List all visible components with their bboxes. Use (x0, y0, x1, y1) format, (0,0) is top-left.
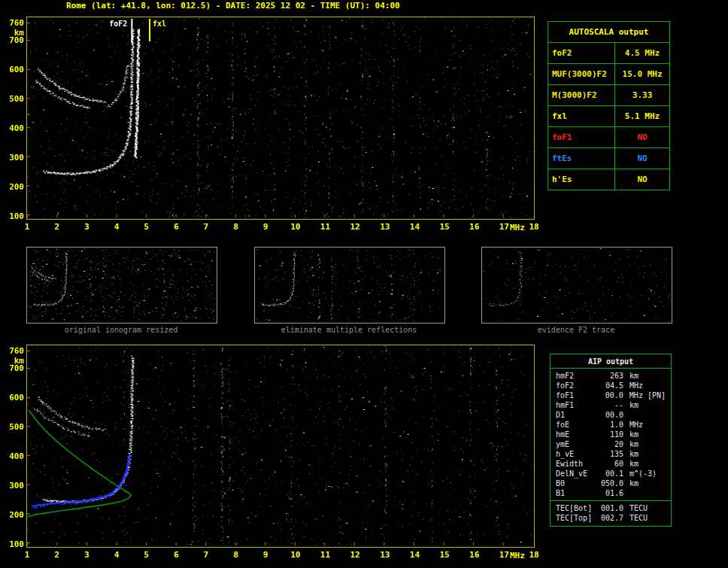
x-tick-label: 11 (319, 222, 331, 232)
aip-label: foF2 (556, 381, 601, 390)
y-tick-label: 700 (2, 35, 24, 45)
aip-val: 135 (601, 449, 623, 459)
aip-val: 002.7 (601, 513, 623, 523)
param-value: NO (615, 148, 670, 169)
aip-val: 110 (601, 430, 623, 439)
aip-unit: km (629, 400, 639, 410)
y-tick-label: 300 (2, 153, 24, 163)
autoscala-table-title: AUTOSCALA output (548, 22, 670, 43)
aip-val: -- (601, 400, 623, 410)
param-value: NO (615, 127, 670, 148)
autoscala-output-table: AUTOSCALA outputfoF24.5 MHzMUF(3000)F215… (548, 21, 670, 190)
table-row: foF1NO (548, 127, 670, 148)
y-tick-label: 500 (2, 94, 24, 104)
aip-row: B0050.0km (551, 478, 671, 488)
x-tick-label: 15 (438, 222, 450, 232)
y-tick-label: 100 (2, 539, 24, 549)
aip-row: ymE20km (551, 439, 671, 449)
aip-row: B101.6 (551, 488, 671, 498)
x-tick-label: 7 (200, 550, 212, 560)
x-tick-label: 1 (21, 222, 33, 232)
aip-label: foF1 (556, 390, 601, 400)
param-value: NO (615, 169, 670, 190)
x-tick-label: 16 (469, 550, 481, 560)
y-tick-label: 100 (2, 211, 24, 221)
aip-label: DelN_vE (556, 469, 601, 478)
ionogram-plot-bottom (26, 345, 535, 548)
y-tick-label: 300 (2, 481, 24, 491)
autoscala-app: Rome (lat: +41.8, lon: 012.5) - DATE: 20… (0, 0, 728, 568)
aip-label: h_vE (556, 449, 601, 459)
aip-unit: TECU (629, 503, 648, 513)
aip-val: 04.5 (601, 381, 623, 390)
x-axis-unit: MHz (510, 223, 525, 232)
x-tick-label: 17 (498, 550, 510, 560)
aip-row: h_vE135km (551, 449, 671, 459)
aip-unit: m^(-3) (629, 469, 657, 478)
aip-output-table: AIP output hmF2263kmfoF204.5MHzfoF100.0M… (550, 354, 672, 527)
x-tick-label: 18 (528, 550, 540, 560)
x-tick-label: 5 (141, 550, 153, 560)
table-row: fxl5.1 MHz (548, 106, 670, 127)
fxl-marker-label: fxl (153, 20, 166, 28)
aip-unit: km (629, 459, 639, 469)
x-tick-label: 1 (21, 550, 33, 560)
aip-label: TEC[Bot] (556, 503, 601, 513)
thumbnail-original-ionogram (26, 247, 217, 323)
x-tick-label: 2 (51, 550, 63, 560)
aip-row: D100.0 (551, 410, 671, 420)
x-tick-label: 6 (170, 550, 182, 560)
x-tick-label: 10 (290, 550, 302, 560)
aip-row: foF204.5MHz (551, 381, 671, 390)
x-tick-label: 15 (438, 550, 450, 560)
aip-extra: [PN] (648, 390, 666, 400)
table-row: MUF(3000)F215.0 MHz (548, 64, 670, 85)
param-value: 15.0 MHz (615, 64, 670, 85)
x-tick-label: 14 (408, 550, 420, 560)
x-tick-label: 2 (51, 222, 63, 232)
x-tick-label: 8 (230, 222, 242, 232)
aip-label: ymE (556, 439, 601, 449)
aip-unit: TECU (629, 513, 648, 523)
x-tick-label: 17 (498, 222, 510, 232)
ionogram-canvas-bottom (27, 345, 532, 545)
x-tick-label: 14 (408, 222, 420, 232)
aip-unit: km (629, 478, 639, 488)
x-tick-label: 18 (528, 222, 540, 232)
y-tick-label: 760 (2, 346, 24, 356)
x-tick-label: 13 (379, 550, 391, 560)
aip-tec-row: TEC[Bot]001.0TECU (551, 500, 671, 513)
thumbnail-caption: original ionogram resized (26, 326, 216, 334)
x-tick-label: 12 (349, 550, 361, 560)
aip-row: Ewidth60km (551, 459, 671, 469)
y-tick-label: 760 (2, 18, 24, 28)
param-label: h'Es (548, 169, 615, 190)
aip-unit: km (629, 439, 639, 449)
param-label: foF1 (548, 127, 615, 148)
x-tick-label: 11 (319, 550, 331, 560)
x-tick-label: 6 (170, 222, 182, 232)
y-tick-label: 200 (2, 510, 24, 520)
param-label: M(3000)F2 (548, 85, 615, 106)
aip-row: hmF2263km (551, 371, 671, 381)
aip-table-title: AIP output (551, 354, 671, 369)
param-value: 3.33 (615, 85, 670, 106)
aip-val: 263 (601, 371, 623, 381)
aip-val: 00.1 (601, 469, 623, 478)
x-tick-label: 4 (111, 550, 123, 560)
x-tick-label: 12 (349, 222, 361, 232)
y-tick-label: 700 (2, 363, 24, 373)
aip-unit: km (629, 371, 639, 381)
thumbnail-eliminate-reflections (254, 247, 445, 323)
x-tick-label: 3 (80, 222, 93, 232)
y-tick-label: 500 (2, 422, 24, 432)
aip-row: foE1.0MHz (551, 420, 671, 430)
x-tick-label: 5 (141, 222, 153, 232)
aip-row: hmE110km (551, 430, 671, 439)
thumbnail-caption: evidence F2 trace (481, 326, 671, 334)
aip-val: 1.0 (601, 420, 623, 430)
y-tick-label: 400 (2, 451, 24, 461)
x-tick-label: 3 (80, 550, 93, 560)
aip-label: hmE (556, 430, 601, 439)
y-tick-label: 200 (2, 182, 24, 192)
